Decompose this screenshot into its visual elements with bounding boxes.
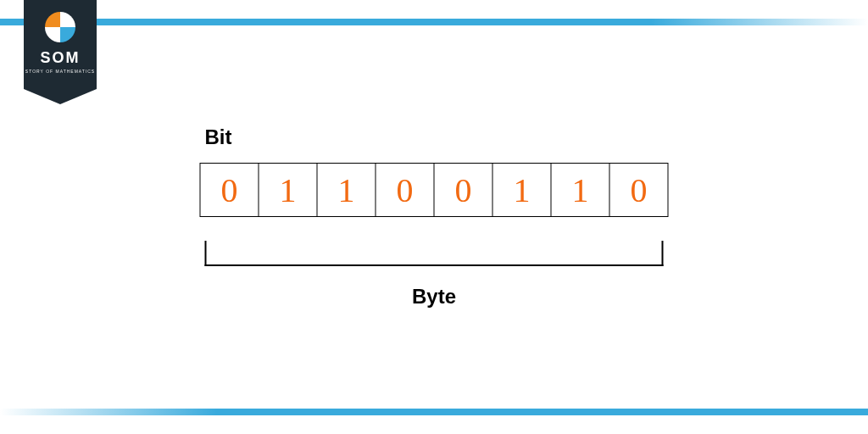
- bit-cell: 0: [201, 164, 259, 216]
- logo-title: SOM: [24, 49, 97, 67]
- bit-cell: 0: [376, 164, 435, 216]
- bit-label: Bit: [205, 125, 669, 149]
- bit-cell: 0: [435, 164, 493, 216]
- bit-byte-diagram: Bit 0 1 1 0 0 1 1 0 Byte: [200, 125, 669, 309]
- byte-label: Byte: [200, 285, 669, 309]
- bit-cells-row: 0 1 1 0 0 1 1 0: [200, 163, 669, 217]
- bit-cell: 1: [259, 164, 318, 216]
- logo-subtitle: STORY OF MATHEMATICS: [24, 69, 97, 74]
- byte-bracket: [205, 241, 664, 266]
- bit-cell: 1: [552, 164, 610, 216]
- bit-cell: 0: [610, 164, 668, 216]
- site-logo-badge: SOM STORY OF MATHEMATICS: [24, 0, 97, 89]
- bottom-accent-bar: [0, 409, 868, 415]
- logo-icon: [45, 12, 75, 42]
- top-accent-bar: [0, 19, 868, 25]
- bit-cell: 1: [318, 164, 376, 216]
- bit-cell: 1: [493, 164, 552, 216]
